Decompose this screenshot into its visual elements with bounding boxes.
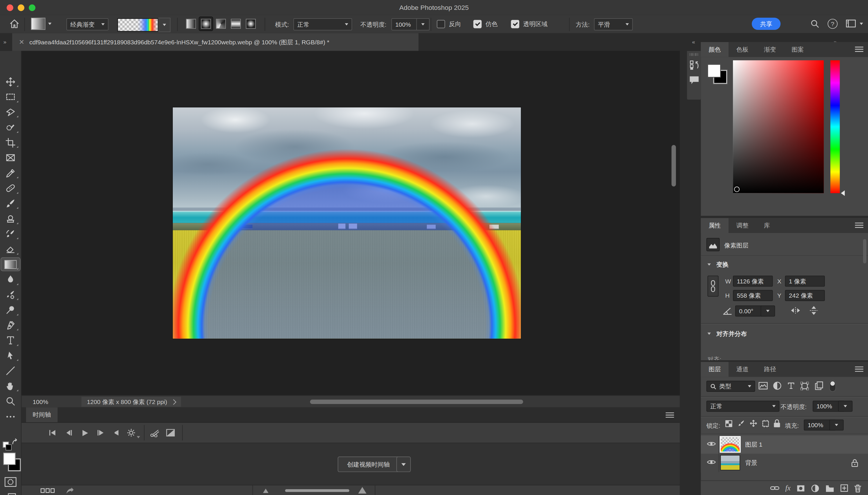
hue-slider[interactable] bbox=[830, 60, 839, 193]
zoom-out-thumbnails-icon[interactable] bbox=[263, 489, 269, 493]
dither-checkbox[interactable]: 仿色 bbox=[473, 20, 498, 29]
tool-blur-tool[interactable] bbox=[1, 273, 20, 286]
document-tab[interactable]: ✕ cdf9aea4fdaa2f105696f131ff29189083d96d… bbox=[12, 33, 419, 51]
tool-marquee-tool[interactable] bbox=[1, 90, 20, 103]
layer-row-1[interactable]: 图层 1 bbox=[701, 436, 868, 454]
y-input[interactable]: 242 像素 bbox=[785, 290, 825, 301]
tool-frame-tool[interactable] bbox=[1, 151, 20, 164]
vertical-scrollbar[interactable] bbox=[671, 145, 676, 186]
canvas-pasteboard[interactable] bbox=[21, 51, 680, 395]
toolbar-collapse-icon[interactable]: » bbox=[3, 39, 6, 45]
create-video-timeline-button[interactable]: 创建视频时间轴 bbox=[338, 457, 399, 472]
tool-edit-toolbar[interactable] bbox=[1, 410, 20, 423]
horizontal-scrollbar[interactable] bbox=[310, 400, 523, 404]
tool-mixer-brush-tool[interactable] bbox=[1, 288, 20, 301]
lock-all-icon[interactable] bbox=[773, 419, 781, 428]
comments-panel-icon[interactable] bbox=[689, 76, 699, 85]
layer-thumbnail-rainbow[interactable] bbox=[721, 437, 739, 452]
filter-type-layers-icon[interactable] bbox=[787, 382, 795, 390]
first-frame-icon[interactable] bbox=[46, 426, 59, 439]
filter-adjustment-layers-icon[interactable] bbox=[773, 381, 782, 390]
default-colors-icon[interactable] bbox=[3, 438, 18, 451]
angle-chevron[interactable] bbox=[761, 305, 775, 317]
filter-smart-objects-icon[interactable] bbox=[815, 381, 823, 390]
quick-mask-icon[interactable] bbox=[4, 477, 17, 487]
gradient-mode-select[interactable]: 经典渐变 bbox=[66, 18, 108, 31]
layer-opacity-chevron[interactable] bbox=[838, 400, 853, 411]
next-frame-icon[interactable] bbox=[94, 426, 107, 439]
tool-line-tool[interactable] bbox=[1, 364, 20, 377]
flip-horizontal-icon[interactable] bbox=[790, 307, 800, 314]
tab-adjustments[interactable]: 调整 bbox=[729, 218, 756, 233]
filter-pixel-layers-icon[interactable] bbox=[759, 382, 768, 390]
tool-move-tool[interactable] bbox=[1, 75, 20, 88]
tool-object-selection-tool[interactable] bbox=[1, 121, 20, 134]
close-tab-icon[interactable]: ✕ bbox=[19, 38, 24, 46]
tool-zoom-tool[interactable] bbox=[1, 395, 20, 408]
tool-crop-tool[interactable] bbox=[1, 136, 20, 149]
link-layers-icon[interactable] bbox=[770, 485, 779, 491]
gradient-type-angle[interactable] bbox=[214, 17, 227, 31]
foreground-color-well[interactable] bbox=[708, 64, 721, 78]
tab-paths[interactable]: 路径 bbox=[756, 362, 784, 377]
tab-gradients[interactable]: 渐变 bbox=[756, 42, 784, 57]
screen-mode-icon[interactable] bbox=[4, 492, 17, 495]
new-group-icon[interactable] bbox=[826, 484, 834, 492]
transform-collapse-icon[interactable] bbox=[708, 263, 711, 266]
align-collapse-icon[interactable] bbox=[708, 333, 711, 335]
split-clip-icon[interactable] bbox=[148, 426, 161, 439]
height-input[interactable]: 558 像素 bbox=[733, 290, 772, 301]
properties-panel-menu-icon[interactable] bbox=[855, 223, 864, 228]
gradient-type-radial[interactable] bbox=[199, 17, 212, 31]
gradient-type-diamond[interactable] bbox=[244, 17, 257, 31]
tool-dodge-tool[interactable] bbox=[1, 304, 20, 316]
tool-pen-tool[interactable] bbox=[1, 319, 20, 331]
visibility-eye-icon[interactable] bbox=[707, 440, 717, 449]
previous-frame-icon[interactable] bbox=[62, 426, 75, 439]
lock-position-icon[interactable] bbox=[749, 420, 757, 427]
workspace-icon[interactable] bbox=[846, 19, 856, 28]
zoom-in-thumbnails-icon[interactable] bbox=[358, 487, 367, 494]
layer-blend-mode-select[interactable]: 正常 bbox=[707, 400, 780, 411]
play-icon[interactable] bbox=[78, 426, 91, 439]
flip-vertical-icon[interactable] bbox=[810, 305, 818, 315]
layer-row-background[interactable]: 背景 bbox=[701, 454, 868, 472]
help-icon[interactable]: ? bbox=[828, 19, 837, 29]
tool-type-tool[interactable] bbox=[1, 334, 20, 347]
tool-hand-tool[interactable] bbox=[1, 380, 20, 392]
timeline-menu-icon[interactable] bbox=[665, 412, 674, 418]
blend-mode-select[interactable]: 正常 bbox=[293, 18, 352, 31]
audio-mute-icon[interactable] bbox=[109, 426, 122, 439]
add-mask-icon[interactable] bbox=[797, 484, 805, 492]
delete-layer-icon[interactable] bbox=[854, 484, 861, 492]
properties-scrollbar[interactable] bbox=[863, 239, 866, 263]
foreground-color-swatch[interactable] bbox=[3, 453, 15, 465]
render-video-icon[interactable] bbox=[66, 487, 74, 494]
create-video-timeline-chevron[interactable] bbox=[396, 457, 411, 472]
swap-colors-icon[interactable] bbox=[12, 438, 19, 446]
x-input[interactable]: 1 像素 bbox=[785, 276, 825, 287]
tool-path-selection-tool[interactable] bbox=[1, 349, 20, 362]
layer-style-fx-icon[interactable]: fx bbox=[785, 484, 790, 493]
layer-name[interactable]: 图层 1 bbox=[745, 441, 763, 449]
history-panel-icon[interactable] bbox=[689, 60, 699, 70]
timeline-settings-icon[interactable] bbox=[125, 426, 138, 439]
reverse-checkbox[interactable]: 反向 bbox=[437, 20, 461, 29]
layer-name[interactable]: 背景 bbox=[745, 459, 757, 467]
add-adjustment-icon[interactable] bbox=[811, 484, 819, 492]
gradient-type-linear[interactable] bbox=[184, 17, 198, 31]
filter-shape-layers-icon[interactable] bbox=[800, 382, 809, 390]
document-info[interactable]: 1200 像素 x 800 像素 (72 ppi) bbox=[82, 397, 181, 407]
layer-thumbnail-background[interactable] bbox=[721, 456, 739, 470]
color-field[interactable] bbox=[733, 60, 824, 193]
tab-color[interactable]: 颜色 bbox=[701, 42, 728, 57]
collapse-dock-icon[interactable]: « bbox=[692, 39, 695, 45]
hue-slider-marker[interactable] bbox=[840, 190, 845, 196]
zoom-level[interactable]: 100% bbox=[33, 398, 48, 405]
transition-icon[interactable] bbox=[164, 426, 177, 439]
home-icon[interactable] bbox=[9, 18, 20, 29]
tab-layers[interactable]: 图层 bbox=[701, 362, 728, 377]
lock-transparent-icon[interactable] bbox=[725, 420, 732, 427]
color-field-cursor[interactable] bbox=[734, 187, 739, 192]
gradient-type-reflected[interactable] bbox=[229, 17, 243, 31]
